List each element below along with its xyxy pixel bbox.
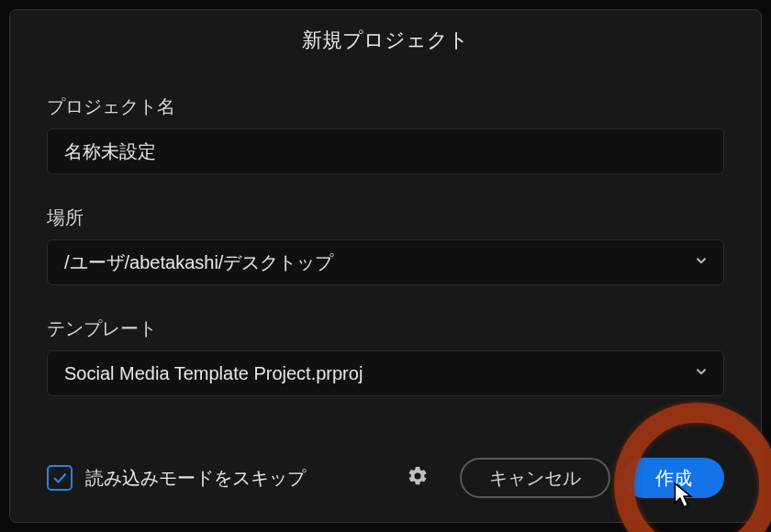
project-name-field: プロジェクト名 名称未設定 <box>47 94 724 174</box>
location-field: 場所 /ユーザ/abetakashi/デスクトップ <box>47 205 724 285</box>
template-label: テンプレート <box>47 316 724 341</box>
project-name-value: 名称未設定 <box>64 139 156 164</box>
project-name-input[interactable]: 名称未設定 <box>47 128 724 174</box>
new-project-dialog: 新規プロジェクト プロジェクト名 名称未設定 場所 /ユーザ/abetakash… <box>9 9 762 523</box>
create-button[interactable]: 作成 <box>623 458 724 498</box>
template-field: テンプレート Social Media Template Project.prp… <box>47 316 724 396</box>
template-value: Social Media Template Project.prproj <box>64 363 363 384</box>
gear-icon <box>407 465 429 491</box>
dialog-title: 新規プロジェクト <box>10 10 761 67</box>
skip-import-label: 読み込みモードをスキップ <box>85 466 306 491</box>
cancel-button[interactable]: キャンセル <box>460 458 610 498</box>
template-select[interactable]: Social Media Template Project.prproj <box>47 350 724 396</box>
location-select-wrap: /ユーザ/abetakashi/デスクトップ <box>47 239 724 285</box>
cancel-label: キャンセル <box>489 466 581 491</box>
create-label: 作成 <box>655 466 692 491</box>
project-name-label: プロジェクト名 <box>47 94 724 119</box>
location-select[interactable]: /ユーザ/abetakashi/デスクトップ <box>47 239 724 285</box>
location-value: /ユーザ/abetakashi/デスクトップ <box>64 250 333 275</box>
template-select-wrap: Social Media Template Project.prproj <box>47 350 724 396</box>
dialog-footer: 読み込みモードをスキップ キャンセル 作成 <box>10 439 761 522</box>
dialog-body: プロジェクト名 名称未設定 場所 /ユーザ/abetakashi/デスクトップ … <box>10 67 761 439</box>
settings-button[interactable] <box>405 465 430 491</box>
skip-import-checkbox[interactable] <box>47 465 73 491</box>
location-label: 場所 <box>47 205 724 230</box>
